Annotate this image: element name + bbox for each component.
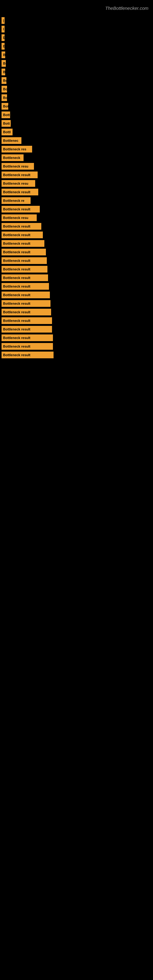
bar-row-20: Bottleneck resu: [0, 180, 153, 187]
bar-label-17: Bottleneck: [2, 154, 24, 161]
bar-row-28: Bottleneck result: [0, 249, 153, 255]
bar-row-15: Bottlenec: [0, 137, 153, 144]
bar-row-40: Bottleneck result: [0, 352, 153, 358]
bar-label-36: Bottleneck result: [2, 317, 52, 324]
bar-row-6: Bo: [0, 60, 153, 67]
bar-label-31: Bottleneck result: [2, 274, 48, 281]
bar-label-39: Bottleneck result: [2, 343, 53, 350]
bar-label-2: I: [2, 26, 5, 32]
bar-label-24: Bottleneck resu: [2, 215, 37, 221]
bar-row-25: Bottleneck result: [0, 223, 153, 230]
bar-label-6: Bo: [2, 60, 6, 67]
bar-label-5: B: [2, 51, 5, 58]
bar-row-23: Bottleneck result: [0, 206, 153, 213]
bar-row-38: Bottleneck result: [0, 334, 153, 341]
bar-row-31: Bottleneck result: [0, 274, 153, 281]
bar-row-19: Bottleneck result: [0, 172, 153, 178]
bar-label-7: B: [2, 68, 5, 75]
bar-row-10: Bo: [0, 94, 153, 101]
bar-row-34: Bottleneck result: [0, 300, 153, 307]
bar-row-12: Bott: [0, 111, 153, 118]
bar-label-26: Bottleneck result: [2, 232, 43, 238]
bar-label-37: Bottleneck result: [2, 326, 52, 332]
bar-label-10: Bo: [2, 94, 7, 101]
bar-row-37: Bottleneck result: [0, 326, 153, 332]
bar-row-36: Bottleneck result: [0, 317, 153, 324]
bar-label-9: Bo: [2, 86, 7, 92]
bar-label-30: Bottleneck result: [2, 266, 48, 272]
bar-row-18: Bottleneck resu: [0, 163, 153, 170]
bar-row-35: Bottleneck result: [0, 309, 153, 315]
bar-row-16: Bottleneck res: [0, 146, 153, 153]
bar-label-14: Bottl: [2, 129, 13, 135]
bar-row-30: Bottleneck result: [0, 266, 153, 272]
bar-row-39: Bottleneck result: [0, 343, 153, 350]
bar-label-34: Bottleneck result: [2, 300, 51, 307]
bar-label-3: E: [2, 34, 5, 41]
bar-row-32: Bottleneck result: [0, 283, 153, 290]
bar-label-27: Bottleneck result: [2, 240, 45, 247]
bar-row-11: Bot: [0, 103, 153, 110]
bar-label-23: Bottleneck result: [2, 206, 40, 213]
bar-row-7: B: [0, 68, 153, 75]
bar-label-38: Bottleneck result: [2, 334, 53, 341]
bar-label-19: Bottleneck result: [2, 172, 38, 178]
bar-label-4: B: [2, 43, 5, 49]
bar-row-2: I: [0, 26, 153, 32]
bar-row-26: Bottleneck result: [0, 232, 153, 238]
bar-row-29: Bottleneck result: [0, 257, 153, 264]
page-container: TheBottlenecker.com |IEBBBoBBoBoBoBotBot…: [0, 0, 153, 980]
bar-label-28: Bottleneck result: [2, 249, 46, 255]
site-title: TheBottlenecker.com: [0, 3, 153, 15]
bar-row-9: Bo: [0, 86, 153, 92]
bar-label-32: Bottleneck result: [2, 283, 49, 290]
bar-label-29: Bottleneck result: [2, 257, 47, 264]
bar-row-8: Bo: [0, 77, 153, 84]
bar-label-8: Bo: [2, 77, 6, 84]
bar-row-33: Bottleneck result: [0, 291, 153, 298]
bar-label-13: Bott: [2, 120, 11, 127]
bars-container: |IEBBBoBBoBoBoBotBottBottBottlBottlenecB…: [0, 17, 153, 358]
bar-row-5: B: [0, 51, 153, 58]
bar-label-12: Bott: [2, 111, 10, 118]
bar-label-25: Bottleneck result: [2, 223, 41, 230]
bar-label-33: Bottleneck result: [2, 291, 50, 298]
bar-row-13: Bott: [0, 120, 153, 127]
bar-label-21: Bottleneck result: [2, 189, 38, 196]
bar-row-14: Bottl: [0, 129, 153, 135]
bar-label-15: Bottlenec: [2, 137, 21, 144]
bar-row-1: |: [0, 17, 153, 24]
bar-label-1: |: [2, 17, 5, 24]
bar-row-22: Bottleneck re: [0, 197, 153, 204]
bar-label-40: Bottleneck result: [2, 352, 54, 358]
bar-row-21: Bottleneck result: [0, 189, 153, 196]
bar-row-3: E: [0, 34, 153, 41]
bar-row-17: Bottleneck: [0, 154, 153, 161]
bar-row-4: B: [0, 43, 153, 49]
bar-label-11: Bot: [2, 103, 8, 110]
bar-label-20: Bottleneck resu: [2, 180, 35, 187]
bar-row-24: Bottleneck resu: [0, 215, 153, 221]
bar-label-18: Bottleneck resu: [2, 163, 34, 170]
bar-label-16: Bottleneck res: [2, 146, 32, 153]
bar-row-27: Bottleneck result: [0, 240, 153, 247]
bar-label-35: Bottleneck result: [2, 309, 51, 315]
bar-label-22: Bottleneck re: [2, 197, 30, 204]
